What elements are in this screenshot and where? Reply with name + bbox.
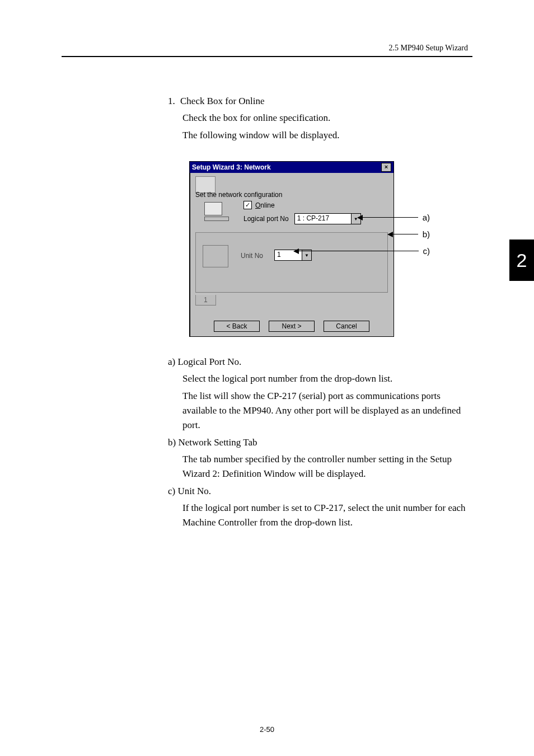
unit-panel: Unit No 1 ▼	[195, 232, 388, 293]
item-c-head: c) Unit No.	[168, 484, 468, 499]
cancel-button[interactable]: Cancel	[324, 321, 369, 332]
item-c-p1: If the logical port number is set to CP-…	[182, 501, 468, 530]
logical-port-value: 1 : CP-217	[294, 213, 352, 224]
item-b-p1: The tab number specified by the controll…	[182, 452, 468, 482]
running-header: 2.5 MP940 Setup Wizard	[388, 44, 468, 53]
close-button[interactable]: ×	[381, 163, 391, 172]
logical-port-label: Logical port No	[243, 215, 289, 223]
step-number: 1.	[168, 94, 180, 109]
item-a-p1: Select the logical port number from the …	[182, 372, 468, 386]
callout-b-label: b)	[423, 229, 430, 239]
page: 2.5 MP940 Setup Wizard 2 1. Check Box fo…	[0, 0, 534, 756]
step-line-1: Check the box for online specification.	[182, 111, 468, 125]
item-a-head: a) Logical Port No.	[168, 355, 468, 369]
arrow-left-icon	[387, 232, 393, 237]
online-checkbox[interactable]: ✓	[243, 201, 252, 209]
back-button[interactable]: < Back	[214, 321, 260, 332]
step-title: Check Box for Online	[180, 94, 265, 109]
online-label: Online	[255, 201, 275, 209]
screenshot-wrap: Setup Wizard 3: Network × Set the networ…	[189, 161, 430, 336]
header-rule	[62, 56, 472, 57]
unit-no-label: Unit No	[241, 252, 263, 260]
computer-icon	[204, 202, 230, 224]
page-number: 2-50	[0, 725, 534, 734]
next-button[interactable]: Next >	[269, 321, 315, 332]
arrow-left-icon	[357, 215, 363, 220]
logical-port-dropdown[interactable]: 1 : CP-217 ▼	[294, 213, 361, 224]
lower-content: a) Logical Port No. Select the logical p…	[168, 353, 468, 533]
arrow-left-icon	[293, 248, 299, 254]
item-b-head: b) Network Setting Tab	[168, 435, 468, 450]
chapter-tab: 2	[509, 240, 534, 281]
step-line-2: The following window will be displayed.	[182, 128, 468, 143]
online-accel: O	[255, 201, 260, 209]
callout-c-label: c)	[423, 246, 430, 256]
callout-c: c)	[293, 246, 430, 256]
tab-1[interactable]: 1	[195, 295, 216, 306]
wizard-caption: Set the network configuration	[195, 191, 282, 199]
callout-a: a)	[357, 213, 430, 222]
top-content: 1. Check Box for Online Check the box fo…	[168, 94, 468, 145]
window-title: Setup Wizard 3: Network	[192, 163, 271, 171]
online-label-rest: nline	[260, 201, 274, 209]
controller-icon	[203, 245, 228, 267]
item-a-p2: The list will show the CP-217 (serial) p…	[182, 389, 468, 433]
tab-strip: 1	[195, 295, 216, 306]
callout-b: b)	[387, 229, 430, 239]
titlebar: Setup Wizard 3: Network ×	[190, 162, 394, 173]
callout-a-label: a)	[423, 213, 430, 222]
